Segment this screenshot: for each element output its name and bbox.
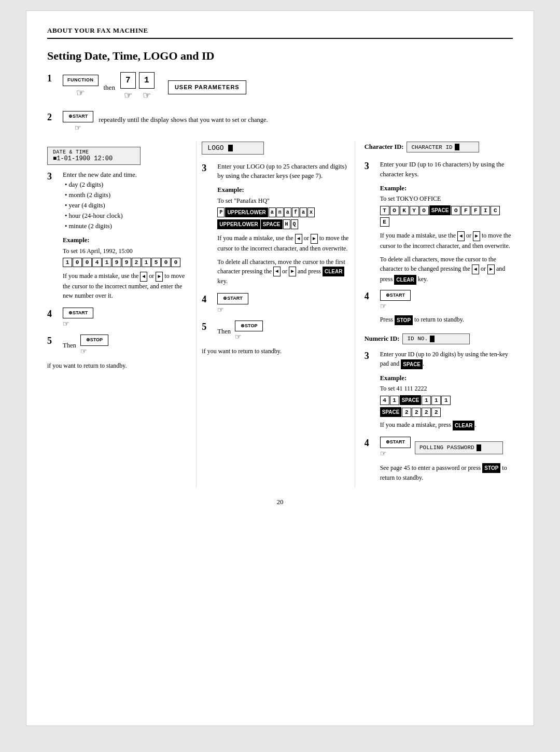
page-number: 20 bbox=[47, 498, 513, 506]
step-4-left-content: ⊕START ☞ bbox=[63, 308, 187, 330]
step-2-content: ⊕START ☞ repeatedly until the display sh… bbox=[63, 111, 513, 133]
date-key-sequence: 1 0 0 4 1 9 9 2 1 5 0 0 bbox=[63, 258, 187, 267]
finger-5m: ☞ bbox=[235, 331, 242, 342]
bullet-hour: hour (24-hour clock) bbox=[65, 211, 187, 221]
step-4-right: 4 ⊕START ☞ Press STOP to return to stand… bbox=[365, 290, 513, 325]
polling-pwd-screen: POLLING PASSWORD bbox=[415, 441, 503, 454]
logo-seq-2: UPPER/LOWER SPACE H Q bbox=[217, 219, 349, 229]
finger-5l: ☞ bbox=[80, 346, 87, 357]
datetime-display: DATE & TIME ■1-01-1900 12:00 bbox=[47, 147, 141, 165]
col-left: DATE & TIME ■1-01-1900 12:00 3 Enter the… bbox=[47, 142, 196, 488]
arrow-left-key: ◄ bbox=[140, 272, 147, 282]
step-3-left-num: 3 bbox=[47, 171, 59, 182]
logo-key-a2: a bbox=[284, 207, 291, 217]
logo-display-area: LOGO bbox=[202, 142, 349, 155]
clear-key-num: CLEAR bbox=[453, 421, 474, 430]
step-3-mid: 3 Enter your LOGO (up to 25 characters a… bbox=[202, 162, 349, 286]
ks-0c: 0 bbox=[161, 258, 171, 267]
step-2-inner: ⊕START ☞ repeatedly until the display sh… bbox=[63, 111, 513, 133]
start-btn-group-2: ⊕START ☞ bbox=[63, 111, 93, 133]
numeric-id-header: Numeric ID: ID NO. bbox=[365, 331, 513, 346]
example-text-num: To set 41 111 2222 bbox=[380, 384, 513, 393]
step-4-mid-num: 4 bbox=[202, 294, 213, 305]
function-key-group: FUNCTION ☞ bbox=[63, 75, 99, 100]
logo-key-f: f bbox=[292, 207, 299, 217]
step-1-content: FUNCTION ☞ then 7 ☞ bbox=[63, 72, 513, 106]
page-header: ABOUT YOUR FAX MACHINE bbox=[47, 26, 513, 39]
step-3-left-bullets: day (2 digits) month (2 digits) year (4 … bbox=[63, 179, 187, 231]
arrow-left-del: ◄ bbox=[273, 267, 281, 276]
stop-label-5l: ⊗STOP bbox=[86, 337, 103, 344]
finger-polling: ☞ bbox=[380, 448, 387, 459]
arrow-left-del-r: ◄ bbox=[472, 264, 479, 274]
clear-key-right: CLEAR bbox=[394, 275, 416, 285]
step-3-right-2-num: 3 bbox=[365, 351, 376, 361]
step-3-right-2-content: Enter your ID (up to 20 digits) by using… bbox=[380, 350, 513, 430]
mistake-text-left: If you made a mistake, use the ◄ or ► to… bbox=[63, 271, 187, 300]
tok-o3: O bbox=[451, 206, 460, 215]
ks-5: 5 bbox=[151, 258, 161, 267]
finger-4l: ☞ bbox=[63, 318, 69, 329]
datetime-label: DATE & TIME bbox=[53, 149, 135, 155]
tok-i: I bbox=[481, 206, 490, 215]
page-title: Setting Date, Time, LOGO and ID bbox=[47, 49, 513, 63]
logo-key-h: H bbox=[283, 219, 290, 229]
ks-0a: 0 bbox=[73, 258, 82, 267]
arrow-right-mid: ► bbox=[311, 234, 318, 244]
step-4-mid-content: ⊕START ☞ bbox=[217, 293, 349, 315]
start-btn-4m: ⊕START bbox=[217, 293, 248, 304]
tokyo-seq-2: E bbox=[380, 217, 513, 227]
step-5-mid-inner: Then ⊗STOP ☞ bbox=[217, 321, 349, 343]
key-1: 1 bbox=[139, 72, 155, 89]
numeric-id-text: ID NO. bbox=[407, 336, 428, 342]
stop-btn-5l: ⊗STOP bbox=[80, 335, 108, 346]
stop-key-polling: STOP bbox=[482, 463, 500, 473]
bullet-minute: minute (2 digits) bbox=[65, 221, 187, 231]
step-3-right-2: 3 Enter your ID (up to 20 digits) by usi… bbox=[365, 350, 513, 430]
example-text-right: To set TOKYO OFFICE bbox=[380, 194, 513, 203]
char-id-text: CHARACTER ID bbox=[411, 144, 452, 150]
step-2-row: 2 ⊕START ☞ repeatedly until the display … bbox=[47, 111, 513, 133]
start-btn-group-4m: ⊕START ☞ bbox=[217, 293, 349, 315]
step-5-left-num: 5 bbox=[47, 336, 59, 346]
user-params-box: USER PARAMETERS bbox=[168, 80, 246, 94]
step-3-mid-num: 3 bbox=[202, 163, 213, 174]
step-3-right-content: Enter your ID (up to 16 characters) by u… bbox=[380, 160, 513, 285]
num-seq-2: SPACE 2 2 2 2 bbox=[380, 407, 513, 417]
logo-seq-1: P UPPER/LOWER a n a f a x bbox=[217, 207, 349, 217]
step-3-right-num: 3 bbox=[365, 161, 376, 172]
start-btn-2: ⊕START bbox=[63, 111, 93, 122]
finger-icon-3: ☞ bbox=[143, 89, 151, 103]
ks-9b: 9 bbox=[122, 258, 131, 267]
char-id-cursor bbox=[455, 144, 459, 150]
header-text: ABOUT YOUR FAX MACHINE bbox=[47, 26, 148, 34]
example-label-left: Example: bbox=[63, 235, 187, 245]
logo-key-p: P bbox=[217, 207, 225, 217]
step-3-left-text: Enter the new date and time. bbox=[63, 170, 187, 180]
logo-key-ul1: UPPER/LOWER bbox=[225, 207, 268, 217]
example-text-mid: To set "Panafax HQ" bbox=[217, 196, 349, 205]
standby-text-mid: if you want to return to standby. bbox=[202, 347, 349, 355]
step-1-num: 1 bbox=[47, 73, 59, 84]
logo-key-n: n bbox=[276, 207, 284, 217]
start-btn-group-4r: ⊕START ☞ bbox=[380, 290, 513, 312]
ks-1c: 1 bbox=[142, 258, 151, 267]
bullet-month: month (2 digits) bbox=[65, 190, 187, 200]
example-text-left: To set 16 April, 1992, 15:00 bbox=[63, 246, 187, 256]
clear-key-mid: CLEAR bbox=[323, 267, 344, 276]
ks-4: 4 bbox=[92, 258, 102, 267]
start-label-4r: ⊕START bbox=[386, 292, 405, 299]
bullet-year: year (4 digits) bbox=[65, 200, 187, 211]
tok-c: C bbox=[491, 206, 500, 215]
stop-label-5m: ⊗STOP bbox=[241, 323, 257, 330]
press-stop-text-r: Press STOP to return to standby. bbox=[380, 315, 513, 325]
step-4-left-num: 4 bbox=[47, 309, 59, 319]
char-id-label: Character ID: bbox=[365, 143, 404, 151]
finger-4r: ☞ bbox=[380, 301, 387, 312]
mistake-text-right: If you made a mistake, use the ◄ or ► to… bbox=[380, 231, 513, 250]
example-label-right: Example: bbox=[380, 184, 513, 193]
col-right: Character ID: CHARACTER ID 3 Enter your … bbox=[355, 142, 513, 488]
char-id-screen-wrap: CHARACTER ID bbox=[407, 142, 479, 153]
ns-sp1: SPACE bbox=[400, 395, 422, 405]
key1-group: 1 ☞ bbox=[139, 72, 155, 103]
